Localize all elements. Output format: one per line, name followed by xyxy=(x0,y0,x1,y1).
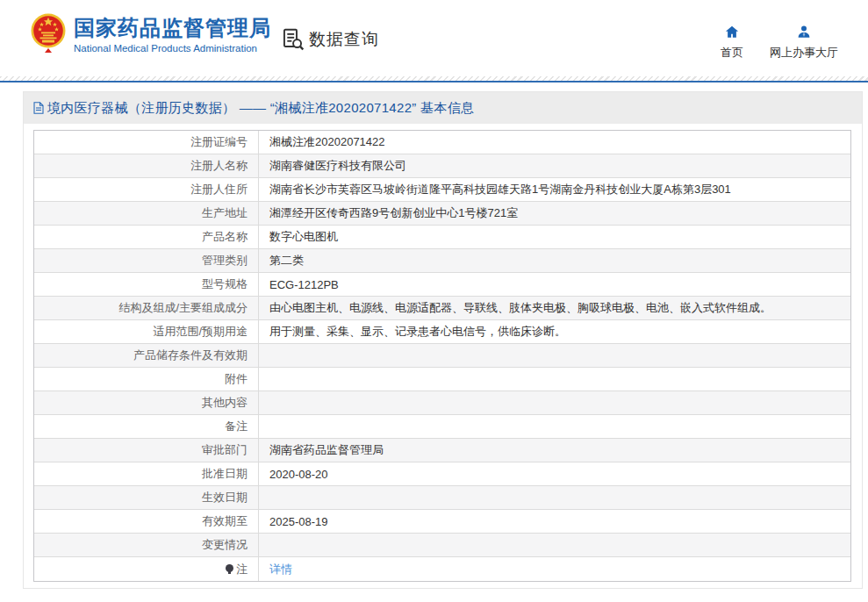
row-label-cell: 备注 xyxy=(34,415,259,438)
row-value: 由心电图主机、电源线、电源适配器、导联线、肢体夹电极、胸吸球电极、电池、嵌入式软… xyxy=(269,300,771,316)
person-icon xyxy=(796,24,812,39)
nav-home[interactable]: 首页 xyxy=(721,24,743,61)
row-label-cell: 适用范围/预期用途 xyxy=(34,320,259,343)
row-label-cell: 型号规格 xyxy=(34,273,259,296)
row-label-cell: 变更情况 xyxy=(34,534,259,556)
row-label: 生产地址 xyxy=(202,205,247,221)
header-blue-divider xyxy=(0,81,868,82)
info-table: 注册证编号 湘械注准20202071422 注册人名称 湖南睿健医疗科技有限公司… xyxy=(33,130,851,582)
row-value-cell xyxy=(259,534,850,556)
row-label: 变更情况 xyxy=(202,537,247,553)
table-row: 附件 xyxy=(34,368,850,391)
nav-service-hall-label: 网上办事大厅 xyxy=(770,45,838,61)
nav-service-hall[interactable]: 网上办事大厅 xyxy=(770,24,838,61)
table-row: 注册证编号 湘械注准20202071422 xyxy=(34,131,850,154)
row-label-cell: 生效日期 xyxy=(34,486,259,509)
row-value: ECG-1212PB xyxy=(269,278,339,291)
site-header: 国家药品监督管理局 National Medical Products Admi… xyxy=(0,0,868,76)
row-label-cell: 批准日期 xyxy=(34,462,259,485)
table-row: 适用范围/预期用途 用于测量、采集、显示、记录患者心电信号，供临床诊断。 xyxy=(34,320,850,344)
agency-title: 国家药品监督管理局 xyxy=(74,15,271,41)
table-row: 生产地址 湘潭经开区传奇西路9号创新创业中心1号楼721室 xyxy=(34,202,850,226)
table-row: 产品储存条件及有效期 xyxy=(34,344,850,368)
row-value: 数字心电图机 xyxy=(269,229,338,245)
row-label-cell: 注册人名称 xyxy=(34,154,259,177)
row-label-cell: 附件 xyxy=(34,368,259,391)
row-label: 产品储存条件及有效期 xyxy=(133,348,247,363)
row-value-cell: 数字心电图机 xyxy=(259,226,850,248)
row-label: 注册人名称 xyxy=(190,158,247,174)
row-value-cell xyxy=(259,415,850,438)
row-label-cell: 注册人住所 xyxy=(34,178,259,201)
row-value-cell: 2025-08-19 xyxy=(259,510,850,533)
row-value-cell xyxy=(259,344,850,367)
page-title: 境内医疗器械（注册历史数据） —— “湘械注准20202071422” 基本信息 xyxy=(47,100,474,117)
document-icon xyxy=(33,102,44,114)
table-row: 备注 xyxy=(34,415,850,439)
row-value-cell: 湖南睿健医疗科技有限公司 xyxy=(259,154,850,177)
row-label-cell: 注 xyxy=(34,557,259,581)
home-icon xyxy=(724,24,740,39)
row-label: 注 xyxy=(236,562,247,577)
row-label-cell: 管理类别 xyxy=(34,249,259,272)
page-title-bar: 境内医疗器械（注册历史数据） —— “湘械注准20202071422” 基本信息 xyxy=(24,92,862,124)
nav-home-label: 首页 xyxy=(721,45,743,61)
row-value: 湘械注准20202071422 xyxy=(269,134,385,150)
row-value-cell: 第二类 xyxy=(259,249,850,272)
content-panel: 境内医疗器械（注册历史数据） —— “湘械注准20202071422” 基本信息… xyxy=(23,91,863,589)
table-row: 注册人住所 湖南省长沙市芙蓉区马坡岭街道隆平高科技园雄天路1号湖南金丹科技创业大… xyxy=(34,178,850,202)
data-query-icon xyxy=(281,27,305,51)
row-value-cell: 湘械注准20202071422 xyxy=(259,131,850,154)
row-value-cell: 由心电图主机、电源线、电源适配器、导联线、肢体夹电极、胸吸球电极、电池、嵌入式软… xyxy=(259,297,850,319)
row-value-cell: 2020-08-20 xyxy=(259,462,850,485)
table-row: 其他内容 xyxy=(34,391,850,415)
table-row: 有效期至 2025-08-19 xyxy=(34,510,850,534)
row-label-cell: 生产地址 xyxy=(34,202,259,225)
row-value: 湖南省长沙市芙蓉区马坡岭街道隆平高科技园雄天路1号湖南金丹科技创业大厦A栋第3层… xyxy=(269,182,731,197)
logo-text: 国家药品监督管理局 National Medical Products Admi… xyxy=(74,15,271,54)
row-value: 用于测量、采集、显示、记录患者心电信号，供临床诊断。 xyxy=(269,324,566,340)
row-label-cell: 审批部门 xyxy=(34,439,259,462)
table-row: 变更情况 xyxy=(34,534,850,557)
row-label-cell: 结构及组成/主要组成成分 xyxy=(34,297,259,319)
row-value-cell: 湘潭经开区传奇西路9号创新创业中心1号楼721室 xyxy=(259,202,850,225)
row-label: 产品名称 xyxy=(202,229,247,245)
nmpa-logo[interactable]: 国家药品监督管理局 National Medical Products Admi… xyxy=(31,13,271,54)
table-row: 批准日期 2020-08-20 xyxy=(34,462,850,486)
table-row: 注 详情 xyxy=(34,557,850,581)
row-value-cell: 湖南省药品监督管理局 xyxy=(259,439,850,462)
row-label: 附件 xyxy=(225,371,247,387)
data-query-section[interactable]: 数据查询 xyxy=(281,27,379,51)
table-row: 结构及组成/主要组成成分 由心电图主机、电源线、电源适配器、导联线、肢体夹电极、… xyxy=(34,297,850,320)
header-nav: 首页 网上办事大厅 xyxy=(721,24,838,61)
row-value: 2020-08-20 xyxy=(269,468,328,481)
table-row: 注册人名称 湖南睿健医疗科技有限公司 xyxy=(34,154,850,178)
national-emblem-icon xyxy=(31,13,66,54)
note-icon xyxy=(226,564,233,574)
row-label-cell: 注册证编号 xyxy=(34,131,259,154)
data-query-label: 数据查询 xyxy=(309,28,379,51)
table-row: 审批部门 湖南省药品监督管理局 xyxy=(34,439,850,462)
row-value: 第二类 xyxy=(269,253,304,269)
row-value-cell: 湖南省长沙市芙蓉区马坡岭街道隆平高科技园雄天路1号湖南金丹科技创业大厦A栋第3层… xyxy=(259,178,850,201)
row-label: 生效日期 xyxy=(202,490,247,505)
row-value: 湘潭经开区传奇西路9号创新创业中心1号楼721室 xyxy=(269,205,518,221)
row-label-cell: 产品储存条件及有效期 xyxy=(34,344,259,367)
table-row: 管理类别 第二类 xyxy=(34,249,850,273)
table-row: 产品名称 数字心电图机 xyxy=(34,226,850,249)
row-label: 管理类别 xyxy=(202,253,247,269)
table-row: 型号规格 ECG-1212PB xyxy=(34,273,850,297)
details-link[interactable]: 详情 xyxy=(269,562,292,577)
row-label-cell: 有效期至 xyxy=(34,510,259,533)
row-value-cell xyxy=(259,368,850,391)
row-label: 注册人住所 xyxy=(190,182,247,197)
row-label: 型号规格 xyxy=(202,276,247,292)
row-value-cell xyxy=(259,486,850,509)
row-value: 湖南省药品监督管理局 xyxy=(269,442,384,458)
row-label: 结构及组成/主要组成成分 xyxy=(118,300,247,316)
row-label: 备注 xyxy=(225,419,247,434)
agency-subtitle: National Medical Products Administration xyxy=(74,43,271,54)
row-label: 审批部门 xyxy=(202,442,247,458)
row-label-cell: 产品名称 xyxy=(34,226,259,248)
row-label: 注册证编号 xyxy=(190,134,247,150)
